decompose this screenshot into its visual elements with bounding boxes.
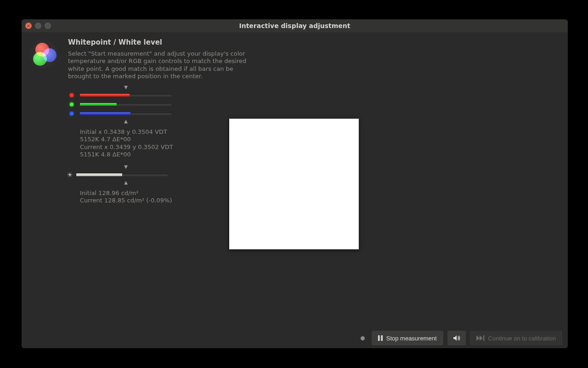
luminance-initial-reading: Initial 128.96 cd/m²: [80, 190, 180, 197]
red-bar-row: [70, 91, 180, 100]
red-bar: [80, 94, 172, 97]
section-title: Whitepoint / White level: [68, 38, 247, 46]
close-icon[interactable]: ✕: [25, 23, 32, 29]
stop-measurement-button[interactable]: Stop measurement: [372, 331, 443, 345]
continue-calibration-label: Continue on to calibration: [488, 335, 556, 342]
luminance-current-reading: Current 128.85 cd/m² (-0.09%): [80, 197, 180, 204]
titlebar: ✕ – ▢ Interactive display adjustment: [22, 19, 568, 32]
speaker-icon: [453, 335, 460, 341]
luminance-readings: Initial 128.96 cd/m² Current 128.85 cd/m…: [80, 190, 180, 205]
target-marker-luminance-bottom-icon: ▲: [80, 180, 172, 185]
header-block: Whitepoint / White level Select "Start m…: [28, 38, 247, 80]
color-current-reading: Current x 0.3439 y 0.3502 VDT 5151K 4.8 …: [80, 144, 180, 159]
pause-icon: [378, 335, 383, 341]
window-controls: ✕ – ▢: [22, 23, 51, 29]
brightness-bar: [76, 173, 168, 176]
brightness-icon: ☀: [66, 171, 74, 178]
measurement-patch: [229, 119, 359, 249]
window-title: Interactive display adjustment: [22, 22, 568, 29]
content-area: Whitepoint / White level Select "Start m…: [22, 32, 568, 348]
app-icon: [28, 38, 60, 70]
svg-rect-0: [378, 335, 380, 341]
sound-button[interactable]: [447, 331, 466, 345]
blue-bar: [80, 112, 172, 115]
target-marker-bottom-icon: ▲: [80, 119, 172, 124]
continue-calibration-button[interactable]: Continue on to calibration: [470, 331, 562, 345]
skip-forward-icon: [476, 335, 485, 341]
green-bar: [80, 103, 172, 106]
svg-rect-1: [381, 335, 383, 341]
stop-measurement-label: Stop measurement: [386, 335, 437, 342]
status-indicator-icon: [361, 336, 365, 340]
red-dot-icon: [70, 93, 74, 97]
svg-rect-2: [483, 335, 484, 341]
minimize-icon[interactable]: –: [35, 23, 41, 29]
bars-area: ▼ ▲ Initial x 0.3438: [70, 85, 180, 205]
blue-bar-row: [70, 109, 180, 118]
green-dot-icon: [70, 103, 74, 106]
green-bar-row: [70, 100, 180, 109]
app-window: ✕ – ▢ Interactive display adjustment Whi…: [22, 19, 568, 348]
color-readings: Initial x 0.3438 y 0.3504 VDT 5152K 4.7 …: [80, 128, 180, 158]
target-marker-top-icon: ▼: [80, 85, 172, 90]
brightness-bar-row: ☀: [70, 170, 180, 179]
section-description: Select "Start measurement" and adjust yo…: [68, 50, 247, 80]
color-initial-reading: Initial x 0.3438 y 0.3504 VDT 5152K 4.7 …: [80, 128, 180, 144]
target-marker-luminance-top-icon: ▼: [80, 165, 172, 169]
blue-dot-icon: [70, 112, 74, 115]
bottom-bar: Stop measurement: [22, 328, 568, 348]
maximize-icon[interactable]: ▢: [45, 23, 51, 29]
